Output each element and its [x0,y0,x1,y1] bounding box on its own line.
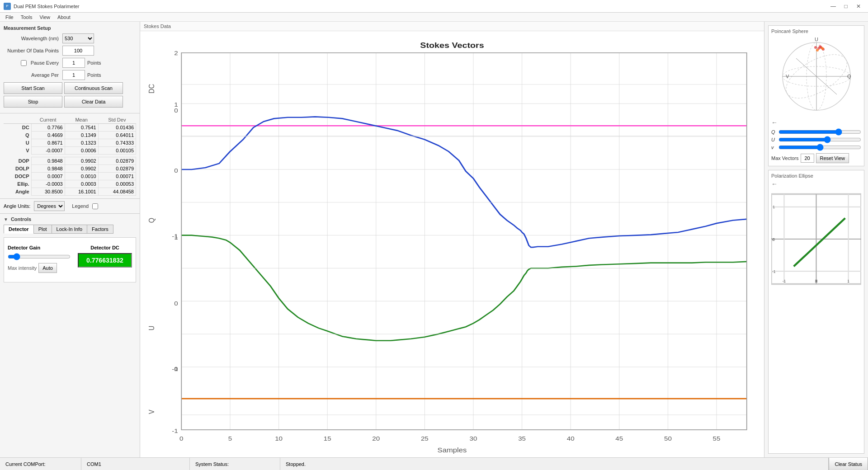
wavelength-label: Wavelength (nm) [4,36,62,41]
v-slider[interactable] [778,144,861,150]
pause-every-input[interactable] [62,58,85,68]
angle-units-select[interactable]: Degrees Radians [34,201,65,211]
q-slider[interactable] [778,129,861,135]
row-label-u: U [4,139,31,147]
svg-text:Samples: Samples [438,446,467,454]
close-button[interactable]: ✕ [853,1,864,11]
svg-text:5: 5 [228,435,232,442]
svg-text:1: 1 [773,205,775,209]
table-row: DC 0.7766 0.7541 0.01436 [4,124,136,132]
legend-label: Legend [72,203,89,209]
svg-text:V: V [147,409,156,414]
dolp-mean: 0.9902 [65,165,98,173]
dc-display: 0.776631832 [78,253,132,268]
tab-plot[interactable]: Plot [33,225,52,234]
svg-text:2: 2 [174,50,178,56]
quv-sliders: Q U v [771,129,861,150]
angle-current: 30.8500 [31,188,65,196]
svg-text:1: 1 [174,101,178,108]
svg-text:30: 30 [470,435,477,442]
clear-data-button[interactable]: Clear Data [64,96,123,108]
table-row: DOCP 0.0007 0.0010 0.00071 [4,173,136,180]
app-icon: P [4,3,11,10]
dc-stddev: 0.01436 [98,124,136,132]
svg-text:0: 0 [174,107,178,114]
gain-title: Detector Gain [8,245,71,250]
comport-label: Current COMPort: [5,461,46,467]
minimize-button[interactable]: — [827,1,839,11]
ellip-current: -0.0003 [31,180,65,188]
q-slider-label: Q [771,129,777,135]
svg-text:0: 0 [174,366,178,372]
svg-text:0: 0 [773,237,775,242]
wavelength-select[interactable]: 530 [62,33,94,43]
polarization-ellipse-title: Polarization Ellipse [771,173,861,179]
average-per-input[interactable] [62,70,85,80]
svg-text:0: 0 [174,300,178,306]
table-row: DOLP 0.9848 0.9902 0.02879 [4,165,136,173]
row-label-dc: DC [4,124,31,132]
menu-view[interactable]: View [36,14,54,21]
svg-text:Q: Q [847,74,851,79]
measurement-setup-title: Measurement Setup [4,25,136,31]
svg-point-74 [814,46,817,49]
angle-units-label: Angle Units: [4,203,30,209]
clear-status-button[interactable]: Clear Status [829,458,868,470]
status-comport-section: Current COMPort: [0,458,81,470]
status-system-value: Stopped. [280,458,829,470]
q-current: 0.4669 [31,132,65,139]
data-points-input[interactable] [62,46,94,56]
docp-stddev: 0.00071 [98,173,136,180]
average-per-label: Average Per [4,72,62,78]
pause-every-points: Points [87,60,101,66]
svg-text:DC: DC [147,84,156,94]
svg-text:10: 10 [275,435,283,442]
row-label-docp: DOCP [4,173,31,180]
col-label [4,116,31,124]
tab-factors[interactable]: Factors [87,225,113,234]
auto-button[interactable]: Auto [38,263,57,273]
tab-detector[interactable]: Detector [4,225,33,234]
stop-button[interactable]: Stop [4,96,62,108]
svg-text:-1: -1 [772,269,776,274]
menu-about[interactable]: About [54,14,74,21]
pause-every-checkbox[interactable] [21,60,27,66]
comport-value: COM1 [87,461,101,467]
svg-text:-1: -1 [172,428,178,434]
row-label-angle: Angle [4,188,31,196]
u-slider[interactable] [778,136,861,143]
svg-text:15: 15 [324,435,331,442]
angle-stddev: 44.08458 [98,188,136,196]
system-status-label: System Status: [195,461,229,467]
svg-text:50: 50 [664,435,672,442]
controls-header[interactable]: ▼ Controls [4,216,136,222]
svg-text:25: 25 [421,435,429,442]
dolp-stddev: 0.02879 [98,165,136,173]
arrow-left-icon[interactable]: ← [771,119,861,126]
legend-checkbox[interactable] [92,203,98,209]
polarization-arrow-icon[interactable]: ← [771,180,861,188]
svg-text:0: 0 [179,435,184,442]
dop-mean: 0.9902 [65,157,98,165]
svg-text:V: V [786,74,789,79]
menu-file[interactable]: File [2,14,17,21]
max-vectors-input[interactable] [801,154,814,163]
docp-mean: 0.0010 [65,173,98,180]
maximize-button[interactable]: □ [840,1,852,11]
svg-text:Stokes Vectors: Stokes Vectors [420,41,484,50]
v-current: -0.0007 [31,147,65,155]
gain-slider[interactable] [8,253,71,260]
svg-text:Q: Q [147,218,156,223]
menu-tools[interactable]: Tools [17,14,36,21]
row-label-dop: DOP [4,157,31,165]
controls-arrow-icon: ▼ [4,217,8,222]
table-row: V -0.0007 0.0006 0.00105 [4,147,136,155]
start-scan-button[interactable]: Start Scan [4,82,62,94]
tab-lockin-info[interactable]: Lock-In Info [52,225,87,234]
u-stddev: 0.74333 [98,139,136,147]
svg-text:1: 1 [847,279,849,283]
continuous-scan-button[interactable]: Continuous Scan [64,82,123,94]
dop-stddev: 0.02879 [98,157,136,165]
poincare-title: Poincaré Sphere [771,28,861,34]
reset-view-button[interactable]: Reset View [816,153,849,163]
